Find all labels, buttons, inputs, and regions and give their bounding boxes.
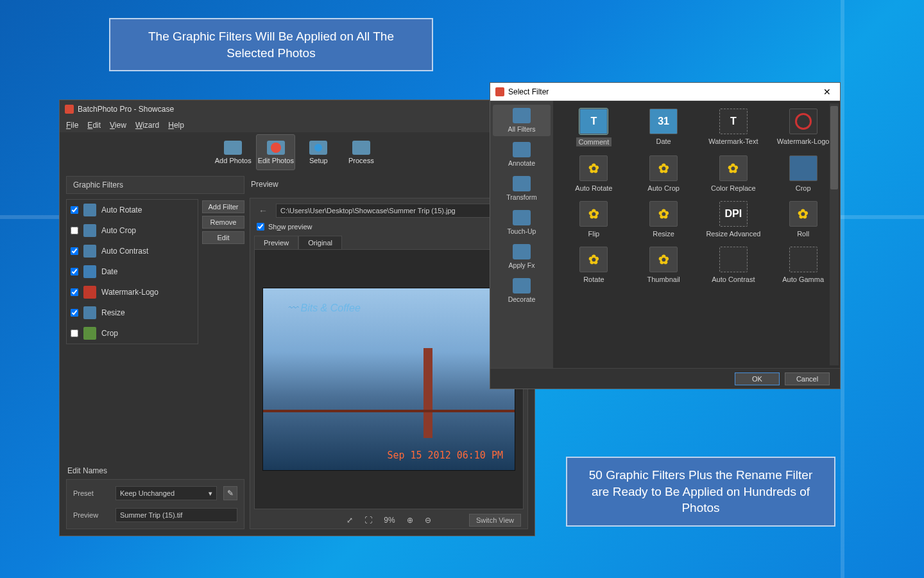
grid-filter-item[interactable]: Rotate xyxy=(561,245,627,285)
filter-row[interactable]: Resize xyxy=(67,302,198,323)
category-item[interactable]: Annotate xyxy=(493,139,551,170)
scrollbar[interactable] xyxy=(830,103,839,365)
filter-label: Auto Contrast xyxy=(101,247,148,256)
grid-filter-item[interactable]: Color Replace xyxy=(701,154,767,193)
scrollbar-thumb[interactable] xyxy=(830,106,838,189)
tab-preview[interactable]: Preview xyxy=(254,236,298,249)
grid-filter-item[interactable]: Resize xyxy=(631,200,697,239)
filter-checkbox[interactable] xyxy=(71,268,78,276)
grid-filter-icon xyxy=(579,155,608,181)
grid-filter-icon xyxy=(719,247,748,272)
grid-filter-label: Rotate xyxy=(583,276,604,283)
category-item[interactable]: Apply Fx xyxy=(493,241,551,272)
preview-name-label: Preview xyxy=(73,511,109,519)
filter-row[interactable]: Auto Contrast xyxy=(67,241,198,261)
filters-header: Graphic Filters xyxy=(67,177,244,193)
close-icon[interactable]: ✕ xyxy=(819,85,835,98)
category-item[interactable]: Touch-Up xyxy=(493,207,551,238)
preview-image: Bits & Coffee Sep 15 2012 06:10 PM xyxy=(254,249,524,509)
menu-file[interactable]: File xyxy=(66,121,78,130)
filter-checkbox[interactable] xyxy=(71,206,78,214)
category-item[interactable]: All Filters xyxy=(493,105,551,136)
tab-original[interactable]: Original xyxy=(298,236,342,249)
ok-button[interactable]: OK xyxy=(735,372,780,385)
grid-filter-item[interactable]: Auto Rotate xyxy=(561,154,627,193)
fullscreen-icon[interactable]: ⛶ xyxy=(364,516,372,525)
switch-view-button[interactable]: Switch View xyxy=(469,514,521,527)
grid-filter-item[interactable]: 31Date xyxy=(631,107,697,148)
main-titlebar[interactable]: BatchPhoto Pro - Showcase xyxy=(60,100,535,118)
category-item[interactable]: Transform xyxy=(493,173,551,204)
cancel-button[interactable]: Cancel xyxy=(785,372,830,385)
menu-wizard[interactable]: Wizard xyxy=(135,121,159,130)
dialog-titlebar[interactable]: Select Filter ✕ xyxy=(490,83,840,101)
menu-help[interactable]: Help xyxy=(168,121,184,130)
back-arrow-icon[interactable]: ← xyxy=(257,206,270,216)
filter-row[interactable]: Watermark-Logo xyxy=(67,282,198,302)
remove-filter-button[interactable]: Remove xyxy=(202,216,244,229)
filter-checkbox[interactable] xyxy=(71,309,78,317)
grid-filter-item[interactable]: Thumbnail xyxy=(631,245,697,285)
filters-list: Auto RotateAuto CropAuto ContrastDateWat… xyxy=(66,199,198,344)
zoom-out-icon[interactable]: ⊖ xyxy=(425,516,431,525)
preview-name-field[interactable]: Summer Trip (15).tif xyxy=(116,508,237,522)
category-icon xyxy=(513,108,531,123)
grid-filter-icon: DPI xyxy=(719,201,748,227)
filter-row[interactable]: Auto Rotate xyxy=(67,200,198,220)
category-icon xyxy=(513,142,531,157)
zoom-in-icon[interactable]: ⊕ xyxy=(407,516,413,525)
grid-filter-item[interactable]: Auto Gamma xyxy=(770,245,836,285)
path-field[interactable]: C:\Users\User\Desktop\Showcase\Summer Tr… xyxy=(276,204,521,218)
filter-checkbox[interactable] xyxy=(71,288,78,296)
watermark-overlay: Bits & Coffee xyxy=(287,302,361,314)
fit-icon[interactable]: ⤢ xyxy=(346,516,353,525)
grid-filter-label: Flip xyxy=(588,230,600,238)
show-preview-checkbox[interactable] xyxy=(257,223,264,231)
grid-filter-label: Watermark-Logo xyxy=(777,137,830,145)
grid-filter-label: Color Replace xyxy=(711,184,756,192)
filter-checkbox[interactable] xyxy=(71,227,78,234)
filter-row[interactable]: Auto Crop xyxy=(67,220,198,241)
filter-row[interactable]: Date xyxy=(67,261,198,282)
app-icon xyxy=(495,87,504,96)
grid-filter-item[interactable]: Watermark-Logo xyxy=(770,107,836,148)
grid-filter-label: Thumbnail xyxy=(647,276,680,283)
grid-filter-item[interactable]: Auto Contrast xyxy=(701,245,767,285)
grid-filter-icon xyxy=(579,247,608,272)
filter-row[interactable]: Crop xyxy=(67,323,198,344)
menu-edit[interactable]: Edit xyxy=(87,121,101,130)
grid-filter-label: Auto Contrast xyxy=(712,276,755,283)
grid-filter-icon: 31 xyxy=(649,109,678,134)
tool-process[interactable]: Process xyxy=(342,134,381,170)
grid-filter-label: Date xyxy=(656,137,671,145)
grid-filter-item[interactable]: TWatermark-Text xyxy=(701,107,767,148)
preset-label: Preset xyxy=(73,489,109,497)
preset-select[interactable]: Keep Unchanged▾ xyxy=(116,486,217,500)
grid-filter-label: Roll xyxy=(797,230,809,238)
filter-checkbox[interactable] xyxy=(71,247,78,255)
grid-filter-item[interactable]: Flip xyxy=(561,200,627,239)
datestamp-overlay: Sep 15 2012 06:10 PM xyxy=(387,450,503,461)
grid-filter-icon: T xyxy=(579,109,608,134)
filter-checkbox[interactable] xyxy=(71,329,78,337)
tool-edit-photos[interactable]: Edit Photos xyxy=(256,134,295,170)
edit-filter-button[interactable]: Edit xyxy=(202,231,244,244)
grid-filter-item[interactable]: DPIResize Advanced xyxy=(701,200,767,239)
grid-filter-label: Auto Rotate xyxy=(575,184,612,192)
menubar: File Edit View Wizard Help xyxy=(60,118,535,132)
grid-filter-item[interactable]: Roll xyxy=(770,200,836,239)
filter-label: Auto Rotate xyxy=(101,206,142,215)
grid-filter-label: Auto Crop xyxy=(647,184,680,192)
main-title: BatchPhoto Pro - Showcase xyxy=(78,105,529,114)
grid-filter-item[interactable]: TComment xyxy=(561,107,627,148)
grid-filter-item[interactable]: Auto Crop xyxy=(631,154,697,193)
category-item[interactable]: Decorate xyxy=(493,275,551,306)
tool-add-photos[interactable]: Add Photos xyxy=(214,134,252,170)
edit-preset-button[interactable]: ✎ xyxy=(223,486,237,500)
grid-filter-icon xyxy=(649,201,678,227)
grid-filter-item[interactable]: Crop xyxy=(770,154,836,193)
filter-icon xyxy=(83,286,96,299)
tool-setup[interactable]: Setup xyxy=(299,134,338,170)
menu-view[interactable]: View xyxy=(110,121,126,130)
add-filter-button[interactable]: Add Filter xyxy=(202,200,244,213)
